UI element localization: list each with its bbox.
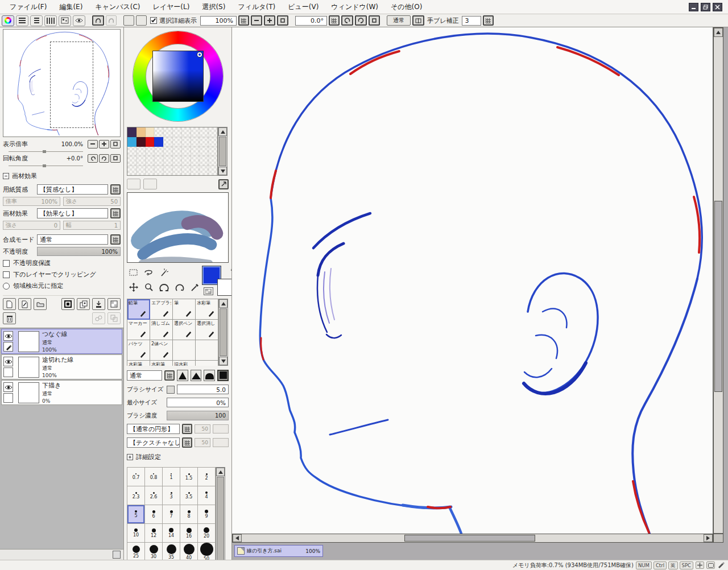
brush-item-12[interactable]: 水彩筆 xyxy=(127,361,150,366)
empty-swatch-cell[interactable] xyxy=(208,156,217,166)
nav-zoom-in-button[interactable] xyxy=(99,140,109,148)
empty-swatch-cell[interactable] xyxy=(136,156,146,166)
scroll-down-button[interactable] xyxy=(218,167,227,175)
rotate-cw-button[interactable] xyxy=(355,15,367,26)
size-preset-6[interactable]: 6 xyxy=(145,505,163,524)
empty-swatch-cell[interactable] xyxy=(146,147,155,156)
swatch-remove-button[interactable] xyxy=(143,179,157,189)
edge-shape-soft-button[interactable] xyxy=(177,370,188,381)
scroll-up-button[interactable] xyxy=(219,299,228,308)
empty-swatch-cell[interactable] xyxy=(191,156,200,166)
brush-empty-cell[interactable] xyxy=(173,340,196,361)
size-preset-8[interactable]: 8 xyxy=(180,505,198,524)
nav-angle-reset-button[interactable] xyxy=(110,154,121,163)
empty-swatch-cell[interactable] xyxy=(208,127,217,137)
color-wheel[interactable] xyxy=(127,29,229,126)
color-swatch[interactable] xyxy=(146,137,155,147)
brush-edge-dropdown[interactable]: 通常 xyxy=(127,370,162,381)
empty-swatch-cell[interactable] xyxy=(163,127,172,137)
menu-item-7[interactable]: ウィンドウ(W) xyxy=(325,1,384,14)
empty-swatch-cell[interactable] xyxy=(172,166,181,175)
panel-resize-grip[interactable] xyxy=(113,551,121,559)
transfer-layer-button[interactable] xyxy=(107,312,121,324)
selection-source-radio[interactable]: 領域検出元に指定 xyxy=(3,282,121,290)
brush-texture-menu-button[interactable] xyxy=(182,437,192,448)
size-preset-7[interactable]: 7 xyxy=(163,505,180,524)
empty-swatch-cell[interactable] xyxy=(163,147,172,156)
rotate-canvas-tool[interactable] xyxy=(158,281,171,294)
empty-swatch-cell[interactable] xyxy=(181,137,191,147)
brush-size-field[interactable]: 5.0 xyxy=(177,385,229,394)
brush-item-2[interactable]: 筆 xyxy=(173,299,196,320)
empty-swatch-cell[interactable] xyxy=(127,147,136,156)
empty-swatch-cell[interactable] xyxy=(199,156,208,166)
saturation-value-square[interactable] xyxy=(152,51,204,102)
rgb-slider-tab[interactable] xyxy=(16,15,28,26)
paper-texture-dropdown[interactable]: 【質感なし】 xyxy=(37,184,108,195)
nav-zoom-out-button[interactable] xyxy=(88,140,98,148)
min-size-field[interactable]: 0% xyxy=(167,398,229,407)
canvas-horizontal-scrollbar[interactable] xyxy=(232,534,713,543)
brush-item-9[interactable]: 2値ペン xyxy=(150,340,173,361)
color-swatch[interactable] xyxy=(154,137,163,147)
preserve-opacity-checkbox[interactable]: 不透明度保護 xyxy=(3,259,121,267)
size-preset-0.8[interactable]: 0.8 xyxy=(145,468,163,486)
normal-view-button[interactable]: 通常 xyxy=(387,15,411,26)
empty-swatch-cell[interactable] xyxy=(199,137,208,147)
scratchpad[interactable] xyxy=(127,192,229,263)
move-tool[interactable] xyxy=(127,281,140,294)
menu-item-3[interactable]: レイヤー(L) xyxy=(147,1,196,14)
layer-row-1[interactable]: 途切れた線通常100% xyxy=(1,354,122,379)
new-linework-layer-button[interactable] xyxy=(18,298,31,310)
empty-swatch-cell[interactable] xyxy=(163,166,172,175)
brush-scrollbar[interactable] xyxy=(218,299,228,366)
menu-item-2[interactable]: キャンバス(C) xyxy=(89,1,146,14)
empty-swatch-cell[interactable] xyxy=(146,166,155,175)
zoom-slider[interactable] xyxy=(9,148,83,152)
brush-item-6[interactable]: 選択ペン xyxy=(173,320,196,340)
swatch-scrollbar[interactable] xyxy=(218,127,228,176)
copy-layer-button[interactable] xyxy=(77,298,90,310)
empty-swatch-cell[interactable] xyxy=(172,147,181,156)
minimized-document-bar[interactable]: 線の引き方.sai 100% xyxy=(234,545,323,557)
scroll-to-cursor-button[interactable] xyxy=(92,15,104,26)
swatches-tab[interactable] xyxy=(59,15,71,26)
menu-item-0[interactable]: ファイル(F) xyxy=(3,1,53,14)
selection-detail-checkbox[interactable]: 選択詳細表示 xyxy=(148,16,198,25)
empty-swatch-cell[interactable] xyxy=(172,127,181,137)
layer-thumbnail[interactable] xyxy=(18,382,39,403)
angle-reset-button[interactable] xyxy=(369,15,380,26)
brush-empty-cell[interactable] xyxy=(196,361,218,366)
mixer-tab[interactable] xyxy=(44,15,57,26)
layer-visibility-toggle[interactable] xyxy=(3,382,13,392)
navigator-preview[interactable] xyxy=(3,29,121,137)
empty-swatch-cell[interactable] xyxy=(199,166,208,175)
brush-item-0[interactable]: 鉛筆 xyxy=(127,299,150,320)
empty-swatch-cell[interactable] xyxy=(199,127,208,137)
layer-visibility-toggle[interactable] xyxy=(3,357,13,366)
scroll-up-button[interactable] xyxy=(218,127,227,136)
size-preset-4[interactable]: 4 xyxy=(198,486,216,505)
rect-select-tool[interactable] xyxy=(127,266,140,279)
opacity-slider[interactable]: 100% xyxy=(37,247,121,256)
color-swatch[interactable] xyxy=(136,137,146,147)
size-preset-35[interactable]: 35 xyxy=(163,543,180,560)
hand-tool[interactable] xyxy=(173,281,186,294)
brush-shape-dropdown[interactable]: 【通常の円形】 xyxy=(127,424,180,434)
edge-shape-solid-button[interactable] xyxy=(217,370,229,381)
brush-item-13[interactable]: 水彩筆 xyxy=(150,361,173,366)
size-preset-40[interactable]: 40 xyxy=(180,543,198,560)
flip-view-button[interactable] xyxy=(412,15,424,26)
brush-density-slider[interactable]: 100 xyxy=(167,411,229,420)
quick-swatch-1[interactable] xyxy=(123,15,134,26)
brush-item-8[interactable]: バケツ xyxy=(127,340,150,361)
empty-swatch-cell[interactable] xyxy=(199,147,208,156)
size-preset-14[interactable]: 14 xyxy=(163,524,180,543)
empty-swatch-cell[interactable] xyxy=(181,166,191,175)
empty-swatch-cell[interactable] xyxy=(136,147,146,156)
minimize-button[interactable] xyxy=(689,3,698,11)
size-preset-5[interactable]: 5 xyxy=(127,505,145,524)
clear-layer-button[interactable] xyxy=(107,298,121,310)
brush-texture-dropdown[interactable]: 【テクスチャなし】 xyxy=(127,437,180,448)
swatch-menu-button[interactable] xyxy=(218,179,229,189)
